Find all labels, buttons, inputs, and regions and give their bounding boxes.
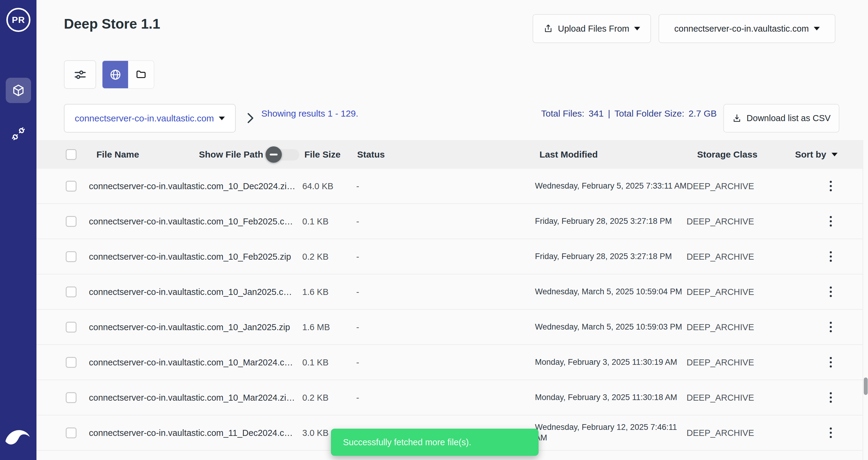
file-name: connectserver-co-in.vaultastic.com_10_Ja… [89,287,292,297]
table-row: connectserver-co-in.vaultastic.com_10_Ja… [36,310,863,345]
user-avatar[interactable]: PR [6,8,30,32]
file-table-body: connectserver-co-in.vaultastic.com_10_De… [36,169,863,460]
row-checkbox[interactable] [66,287,76,297]
last-modified: Monday, February 3, 2025 11:30:19 AM [535,357,687,368]
toggle-knob-minus-icon [266,146,282,163]
last-modified: Wednesday, February 12, 2025 7:46:11 AM [535,422,687,443]
table-row: connectserver-co-in.vaultastic.com_10_Ma… [36,380,863,416]
brand-swoosh-logo [2,423,33,452]
account-domain-value: connectserver-co-in.vaultastic.com [674,24,809,34]
row-checkbox[interactable] [66,427,76,438]
last-modified: Wednesday, March 5, 2025 10:59:04 PM [535,287,687,297]
table-row: connectserver-co-in.vaultastic.com_10_Fe… [36,239,863,274]
table-header: File Name Show File Path File Size Statu… [36,140,863,169]
storage-class: DEEP_ARCHIVE [687,393,754,402]
column-header-file-size: File Size [304,140,341,169]
row-menu-button[interactable] [825,319,837,336]
file-name: connectserver-co-in.vaultastic.com_10_Fe… [89,252,291,261]
upload-button-label: Upload Files From [558,24,629,34]
row-menu-button[interactable] [825,178,837,195]
file-size: 64.0 KB [302,181,333,191]
sliders-icon [73,68,87,81]
file-name: connectserver-co-in.vaultastic.com_10_Ja… [89,322,290,332]
storage-class: DEEP_ARCHIVE [687,322,754,332]
download-csv-label: Download list as CSV [747,113,831,123]
last-modified: Friday, February 28, 2025 3:27:18 PM [535,216,687,227]
download-csv-button[interactable]: Download list as CSV [723,104,839,133]
chevron-down-icon [219,117,225,120]
file-status: - [356,252,359,261]
folder-icon [135,69,147,80]
file-status: - [356,181,359,191]
last-modified: Friday, February 28, 2025 3:27:18 PM [535,251,687,262]
select-all-checkbox[interactable] [66,149,76,160]
sidebar-item-deep-store[interactable] [6,78,31,103]
cube-icon [11,84,25,97]
row-checkbox[interactable] [66,181,76,192]
scrollbar-thumb[interactable] [864,377,868,395]
totals-summary: Total Files: 341 | Total Folder Size: 2.… [549,108,717,119]
file-name: connectserver-co-in.vaultastic.com_10_Ma… [89,357,293,367]
toast-notification: Successfully fetched more file(s). [331,429,538,456]
upload-files-from-button[interactable]: Upload Files From [532,14,651,43]
account-domain-selector[interactable]: connectserver-co-in.vaultastic.com [658,14,835,43]
table-row: connectserver-co-in.vaultastic.com_10_De… [36,169,863,204]
row-checkbox[interactable] [66,357,76,368]
row-menu-button[interactable] [825,213,837,230]
file-size: 0.1 KB [302,357,329,367]
row-menu-button[interactable] [825,354,837,371]
file-name: connectserver-co-in.vaultastic.com_11_De… [89,428,293,438]
row-menu-button[interactable] [825,248,837,265]
file-size: 1.6 MB [302,322,330,332]
last-modified: Wednesday, February 5, 2025 7:33:11 AM [535,181,687,192]
vertical-scrollbar [863,140,868,460]
page-title: Deep Store 1.1 [64,16,160,32]
file-size: 3.0 KB [302,428,329,438]
table-row: connectserver-co-in.vaultastic.com_10_Ja… [36,274,863,310]
download-icon [732,113,742,123]
sort-by-control[interactable]: Sort by [795,140,838,169]
chevron-down-icon [832,153,838,156]
row-checkbox[interactable] [66,392,76,403]
table-row: connectserver-co-in.vaultastic.com_10_Ma… [36,345,863,380]
plug-icon [10,126,26,141]
results-count-text: Showing results 1 - 129. [261,108,358,119]
row-menu-button[interactable] [825,424,837,441]
chevron-down-icon [814,27,820,30]
file-status: - [356,393,359,402]
chevron-right-icon [247,112,254,124]
row-checkbox[interactable] [66,322,76,333]
global-view-button[interactable] [102,61,128,88]
file-name: connectserver-co-in.vaultastic.com_10_Fe… [89,216,293,226]
file-size: 0.1 KB [302,216,329,226]
row-checkbox[interactable] [66,251,76,262]
avatar-initials: PR [12,15,25,25]
storage-class: DEEP_ARCHIVE [687,357,754,367]
last-modified: Monday, February 3, 2025 11:30:18 AM [535,392,687,403]
storage-class: DEEP_ARCHIVE [687,216,754,226]
view-mode-switch [102,60,154,89]
file-status: - [356,357,359,367]
chevron-down-icon [634,27,640,30]
file-status: - [356,322,359,332]
folder-view-button[interactable] [128,61,154,88]
row-menu-button[interactable] [825,284,837,300]
folder-selector-value: connectserver-co-in.vaultastic.com [75,113,214,124]
show-file-path-toggle[interactable] [266,146,299,163]
folder-breadcrumb-selector[interactable]: connectserver-co-in.vaultastic.com [64,104,236,133]
file-name: connectserver-co-in.vaultastic.com_10_Ma… [89,393,295,402]
file-size: 1.6 KB [302,287,329,297]
column-header-storage-class: Storage Class [697,140,757,169]
sidebar-item-connections[interactable] [6,121,31,146]
total-size-label: Total Folder Size: [615,108,684,119]
row-checkbox[interactable] [66,216,76,227]
filter-settings-button[interactable] [64,60,96,89]
file-name: connectserver-co-in.vaultastic.com_10_De… [89,181,296,191]
column-header-status: Status [357,140,385,169]
file-size: 0.2 KB [302,393,329,402]
storage-class: DEEP_ARCHIVE [687,181,754,191]
last-modified: Wednesday, March 5, 2025 10:59:03 PM [535,322,687,333]
row-menu-button[interactable] [825,389,837,406]
total-size-value: 2.7 GB [689,108,717,119]
total-files-label: Total Files: [541,108,584,119]
